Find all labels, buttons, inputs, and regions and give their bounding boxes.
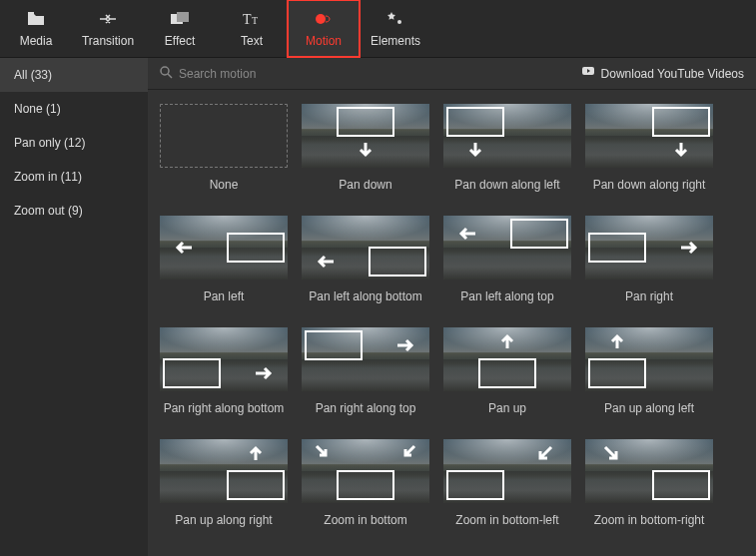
- motion-label: Zoom in bottom-left: [455, 513, 558, 527]
- motion-pan-right-along-bottom[interactable]: Pan right along bottom: [154, 327, 294, 415]
- arrow-up-icon: [497, 331, 517, 351]
- motion-pan-left-along-top[interactable]: Pan left along top: [437, 216, 577, 303]
- tab-label: Text: [241, 34, 263, 48]
- elements-icon: [385, 9, 405, 29]
- motion-pan-up-along-left[interactable]: Pan up along left: [579, 327, 719, 415]
- motion-thumb: [302, 327, 429, 391]
- motion-thumb: [443, 104, 571, 168]
- tab-label: Transition: [82, 34, 134, 48]
- motion-thumb: [585, 104, 713, 168]
- tab-motion[interactable]: Motion: [288, 0, 360, 57]
- motion-label: Pan up along left: [604, 401, 694, 415]
- motion-label: Pan up: [488, 401, 526, 415]
- tab-effect[interactable]: Effect: [144, 0, 216, 57]
- motion-label: Pan left along bottom: [309, 289, 421, 303]
- motion-thumb: [302, 439, 429, 503]
- svg-point-6: [397, 20, 401, 24]
- sidebar-item-pan-only[interactable]: Pan only (12): [0, 126, 148, 160]
- download-icon: [581, 66, 595, 81]
- tab-label: Media: [20, 34, 53, 48]
- motion-pan-down[interactable]: Pan down: [296, 104, 435, 192]
- svg-point-5: [316, 14, 326, 24]
- motion-pan-right[interactable]: Pan right: [579, 216, 719, 303]
- arrow-down-icon: [356, 140, 376, 160]
- motion-label: Pan left along top: [460, 289, 553, 303]
- tab-transition[interactable]: Transition: [72, 0, 144, 57]
- motion-pan-up[interactable]: Pan up: [437, 327, 577, 415]
- svg-rect-0: [28, 12, 34, 15]
- sidebar-item-zoom-in[interactable]: Zoom in (11): [0, 160, 148, 194]
- motion-zoom-in-bottom-right[interactable]: Zoom in bottom-right: [579, 439, 719, 527]
- arrow-left-icon: [316, 252, 336, 272]
- svg-point-7: [161, 67, 169, 75]
- motion-grid: None Pan down Pan down along left: [148, 90, 756, 556]
- search-wrap: [160, 66, 359, 82]
- motion-thumb: [302, 104, 429, 168]
- motion-thumb: [443, 216, 571, 279]
- motion-pan-left[interactable]: Pan left: [154, 216, 294, 303]
- svg-text:T: T: [252, 15, 258, 26]
- arrow-down-icon: [671, 140, 691, 160]
- arrow-right-icon: [254, 363, 274, 383]
- motion-pan-left-along-bottom[interactable]: Pan left along bottom: [296, 216, 435, 303]
- search-input[interactable]: [179, 67, 359, 81]
- motion-thumb: [585, 327, 713, 391]
- sidebar-item-zoom-out[interactable]: Zoom out (9): [0, 194, 148, 228]
- motion-pan-down-along-right[interactable]: Pan down along right: [579, 104, 719, 192]
- motion-label: Pan right along top: [316, 401, 416, 415]
- motion-thumb: [160, 327, 288, 391]
- motion-thumb: [585, 216, 713, 279]
- sidebar-item-label: None (1): [14, 102, 61, 116]
- tab-label: Motion: [306, 34, 342, 48]
- motion-thumb: [160, 439, 288, 503]
- top-tabs: Media Transition Effect TT Text Motion E…: [0, 0, 756, 58]
- motion-thumb: [443, 327, 571, 391]
- sidebar-item-none[interactable]: None (1): [0, 92, 148, 126]
- motion-pan-down-along-left[interactable]: Pan down along left: [437, 104, 577, 192]
- sidebar-item-label: All (33): [14, 68, 52, 82]
- motion-label: Zoom in bottom: [324, 513, 406, 527]
- motion-label: None: [210, 178, 239, 192]
- arrow-up-icon: [246, 443, 266, 463]
- sidebar-item-label: Zoom in (11): [14, 170, 82, 184]
- tab-label: Effect: [165, 34, 195, 48]
- arrow-right-icon: [395, 335, 415, 355]
- motion-label: Pan down along right: [593, 178, 706, 192]
- arrow-right-icon: [679, 238, 699, 258]
- svg-rect-2: [177, 12, 189, 22]
- motion-zoom-in-bottom-left[interactable]: Zoom in bottom-left: [437, 439, 577, 527]
- download-youtube-link[interactable]: Download YouTube Videos: [581, 66, 744, 81]
- arrow-diag-dr-icon: [601, 443, 621, 463]
- motion-thumb: [302, 216, 429, 279]
- motion-none[interactable]: None: [154, 104, 294, 192]
- arrow-down-icon: [465, 140, 485, 160]
- tab-elements[interactable]: Elements: [360, 0, 431, 57]
- motion-label: Pan down along left: [454, 178, 559, 192]
- download-youtube-label: Download YouTube Videos: [601, 67, 744, 81]
- motion-pan-up-along-right[interactable]: Pan up along right: [154, 439, 294, 527]
- sidebar-item-all[interactable]: All (33): [0, 58, 148, 92]
- tab-text[interactable]: TT Text: [216, 0, 288, 57]
- search-icon: [160, 66, 173, 82]
- arrow-left-icon: [174, 238, 194, 258]
- motion-label: Pan down: [339, 178, 391, 192]
- folder-icon: [26, 9, 46, 29]
- svg-line-8: [168, 74, 172, 78]
- motion-zoom-in-bottom[interactable]: Zoom in bottom: [296, 439, 435, 527]
- motion-icon: [314, 9, 334, 29]
- text-icon: TT: [242, 9, 262, 29]
- arrow-left-icon: [457, 224, 477, 244]
- arrow-up-icon: [607, 331, 627, 351]
- sidebar-item-label: Pan only (12): [14, 136, 85, 150]
- tab-media[interactable]: Media: [0, 0, 72, 57]
- sidebar-item-label: Zoom out (9): [14, 204, 83, 218]
- motion-pan-right-along-top[interactable]: Pan right along top: [296, 327, 435, 415]
- content-header: Download YouTube Videos: [148, 58, 756, 90]
- motion-thumb: [585, 439, 713, 503]
- svg-text:T: T: [243, 12, 252, 27]
- motion-label: Pan right: [625, 289, 673, 303]
- motion-label: Pan right along bottom: [164, 401, 285, 415]
- motion-label: Pan left: [204, 289, 245, 303]
- motion-label: Pan up along right: [175, 513, 272, 527]
- motion-thumb: [443, 439, 571, 503]
